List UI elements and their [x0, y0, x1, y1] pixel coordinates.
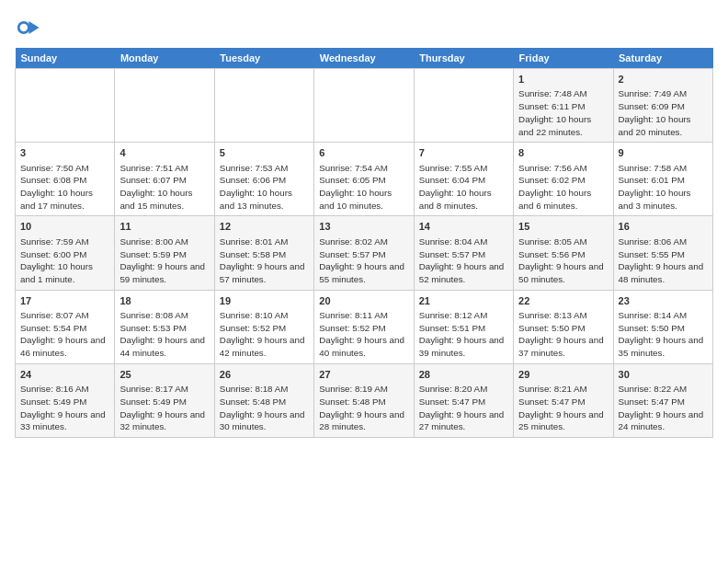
calendar-cell: 9Sunrise: 7:58 AM Sunset: 6:01 PM Daylig… — [613, 143, 712, 216]
day-number: 10 — [20, 220, 109, 234]
calendar-cell: 11Sunrise: 8:00 AM Sunset: 5:59 PM Dayli… — [115, 216, 214, 290]
day-detail: Sunrise: 8:10 AM Sunset: 5:52 PM Dayligh… — [220, 309, 309, 360]
day-number: 20 — [319, 294, 408, 308]
calendar-cell: 24Sunrise: 8:16 AM Sunset: 5:49 PM Dayli… — [16, 363, 115, 437]
day-number: 12 — [220, 220, 309, 234]
day-detail: Sunrise: 8:18 AM Sunset: 5:48 PM Dayligh… — [220, 383, 309, 433]
calendar-cell: 12Sunrise: 8:01 AM Sunset: 5:58 PM Dayli… — [214, 216, 313, 290]
calendar-cell: 16Sunrise: 8:06 AM Sunset: 5:55 PM Dayli… — [613, 216, 712, 290]
day-number: 13 — [319, 220, 408, 234]
weekday-header-cell: Monday — [115, 48, 214, 69]
calendar-cell: 26Sunrise: 8:18 AM Sunset: 5:48 PM Dayli… — [214, 363, 313, 437]
calendar-cell: 18Sunrise: 8:08 AM Sunset: 5:53 PM Dayli… — [115, 290, 214, 363]
calendar-cell: 6Sunrise: 7:54 AM Sunset: 6:05 PM Daylig… — [314, 143, 414, 216]
day-number: 22 — [518, 294, 608, 308]
day-number: 15 — [518, 220, 608, 234]
day-detail: Sunrise: 8:08 AM Sunset: 5:53 PM Dayligh… — [119, 309, 209, 360]
weekday-header-cell: Sunday — [16, 48, 115, 69]
weekday-header-cell: Tuesday — [214, 48, 313, 69]
day-number: 2 — [619, 73, 708, 86]
calendar-cell: 28Sunrise: 8:20 AM Sunset: 5:47 PM Dayli… — [414, 363, 513, 437]
calendar-body: 1Sunrise: 7:48 AM Sunset: 6:11 PM Daylig… — [16, 69, 713, 438]
calendar-table: SundayMondayTuesdayWednesdayThursdayFrid… — [15, 48, 713, 438]
day-detail: Sunrise: 7:59 AM Sunset: 6:00 PM Dayligh… — [20, 236, 109, 286]
day-number: 17 — [20, 294, 109, 308]
day-number: 5 — [220, 146, 309, 160]
day-detail: Sunrise: 7:54 AM Sunset: 6:05 PM Dayligh… — [319, 162, 408, 213]
calendar-cell: 1Sunrise: 7:48 AM Sunset: 6:11 PM Daylig… — [514, 69, 613, 143]
svg-point-1 — [20, 24, 28, 31]
day-detail: Sunrise: 7:56 AM Sunset: 6:02 PM Dayligh… — [518, 162, 608, 213]
calendar-cell: 23Sunrise: 8:14 AM Sunset: 5:50 PM Dayli… — [613, 290, 712, 363]
day-number: 21 — [419, 294, 508, 308]
calendar-cell: 15Sunrise: 8:05 AM Sunset: 5:56 PM Dayli… — [514, 216, 613, 290]
day-detail: Sunrise: 8:22 AM Sunset: 5:47 PM Dayligh… — [619, 383, 708, 433]
day-number: 7 — [419, 146, 508, 160]
calendar-cell: 3Sunrise: 7:50 AM Sunset: 6:08 PM Daylig… — [16, 143, 115, 216]
logo-icon — [15, 15, 40, 40]
calendar-week-row: 17Sunrise: 8:07 AM Sunset: 5:54 PM Dayli… — [16, 290, 713, 363]
calendar-week-row: 1Sunrise: 7:48 AM Sunset: 6:11 PM Daylig… — [16, 69, 713, 143]
day-number: 8 — [518, 146, 608, 160]
calendar-cell: 25Sunrise: 8:17 AM Sunset: 5:49 PM Dayli… — [115, 363, 214, 437]
weekday-header-cell: Saturday — [613, 48, 712, 69]
day-number: 6 — [319, 146, 408, 160]
day-detail: Sunrise: 8:12 AM Sunset: 5:51 PM Dayligh… — [419, 309, 508, 360]
day-detail: Sunrise: 8:21 AM Sunset: 5:47 PM Dayligh… — [518, 383, 608, 433]
calendar-cell: 17Sunrise: 8:07 AM Sunset: 5:54 PM Dayli… — [16, 290, 115, 363]
day-detail: Sunrise: 8:02 AM Sunset: 5:57 PM Dayligh… — [319, 236, 408, 286]
calendar-cell: 7Sunrise: 7:55 AM Sunset: 6:04 PM Daylig… — [414, 143, 513, 216]
day-detail: Sunrise: 7:48 AM Sunset: 6:11 PM Dayligh… — [518, 87, 608, 138]
day-detail: Sunrise: 7:58 AM Sunset: 6:01 PM Dayligh… — [619, 162, 708, 213]
calendar-cell: 30Sunrise: 8:22 AM Sunset: 5:47 PM Dayli… — [613, 363, 712, 437]
day-detail: Sunrise: 7:51 AM Sunset: 6:07 PM Dayligh… — [119, 162, 209, 213]
day-detail: Sunrise: 8:04 AM Sunset: 5:57 PM Dayligh… — [419, 236, 508, 286]
day-detail: Sunrise: 7:55 AM Sunset: 6:04 PM Dayligh… — [419, 162, 508, 213]
day-detail: Sunrise: 8:16 AM Sunset: 5:49 PM Dayligh… — [20, 383, 109, 433]
day-detail: Sunrise: 8:20 AM Sunset: 5:47 PM Dayligh… — [419, 383, 508, 433]
calendar-cell — [214, 69, 313, 143]
day-detail: Sunrise: 7:49 AM Sunset: 6:09 PM Dayligh… — [619, 87, 708, 138]
calendar-week-row: 10Sunrise: 7:59 AM Sunset: 6:00 PM Dayli… — [16, 216, 713, 290]
day-detail: Sunrise: 8:14 AM Sunset: 5:50 PM Dayligh… — [619, 309, 708, 360]
day-detail: Sunrise: 7:53 AM Sunset: 6:06 PM Dayligh… — [220, 162, 309, 213]
day-number: 30 — [619, 368, 708, 382]
day-detail: Sunrise: 8:01 AM Sunset: 5:58 PM Dayligh… — [220, 236, 309, 286]
day-number: 9 — [619, 146, 708, 160]
day-number: 27 — [319, 368, 408, 382]
calendar-cell: 29Sunrise: 8:21 AM Sunset: 5:47 PM Dayli… — [514, 363, 613, 437]
calendar-week-row: 24Sunrise: 8:16 AM Sunset: 5:49 PM Dayli… — [16, 363, 713, 437]
calendar-cell: 19Sunrise: 8:10 AM Sunset: 5:52 PM Dayli… — [214, 290, 313, 363]
calendar-cell: 5Sunrise: 7:53 AM Sunset: 6:06 PM Daylig… — [214, 143, 313, 216]
day-detail: Sunrise: 8:06 AM Sunset: 5:55 PM Dayligh… — [619, 236, 708, 286]
calendar-cell: 20Sunrise: 8:11 AM Sunset: 5:52 PM Dayli… — [314, 290, 414, 363]
calendar-cell: 13Sunrise: 8:02 AM Sunset: 5:57 PM Dayli… — [314, 216, 414, 290]
weekday-header-cell: Friday — [514, 48, 613, 69]
day-detail: Sunrise: 8:17 AM Sunset: 5:49 PM Dayligh… — [119, 383, 209, 433]
weekday-header-cell: Thursday — [414, 48, 513, 69]
day-number: 26 — [220, 368, 309, 382]
weekday-header-row: SundayMondayTuesdayWednesdayThursdayFrid… — [16, 48, 713, 69]
day-number: 18 — [119, 294, 209, 308]
day-number: 11 — [119, 220, 209, 234]
calendar-cell — [314, 69, 414, 143]
calendar-cell: 8Sunrise: 7:56 AM Sunset: 6:02 PM Daylig… — [514, 143, 613, 216]
day-detail: Sunrise: 8:05 AM Sunset: 5:56 PM Dayligh… — [518, 236, 608, 286]
day-number: 19 — [220, 294, 309, 308]
day-detail: Sunrise: 8:19 AM Sunset: 5:48 PM Dayligh… — [319, 383, 408, 433]
logo — [15, 15, 44, 40]
calendar-cell — [115, 69, 214, 143]
day-number: 1 — [518, 73, 608, 86]
day-number: 24 — [20, 368, 109, 382]
calendar-cell — [16, 69, 115, 143]
calendar-cell: 27Sunrise: 8:19 AM Sunset: 5:48 PM Dayli… — [314, 363, 414, 437]
day-detail: Sunrise: 7:50 AM Sunset: 6:08 PM Dayligh… — [20, 162, 109, 213]
day-detail: Sunrise: 8:07 AM Sunset: 5:54 PM Dayligh… — [20, 309, 109, 360]
day-number: 29 — [518, 368, 608, 382]
calendar-cell: 14Sunrise: 8:04 AM Sunset: 5:57 PM Dayli… — [414, 216, 513, 290]
page-header — [15, 15, 713, 40]
day-detail: Sunrise: 8:00 AM Sunset: 5:59 PM Dayligh… — [119, 236, 209, 286]
calendar-cell — [414, 69, 513, 143]
calendar-cell: 22Sunrise: 8:13 AM Sunset: 5:50 PM Dayli… — [514, 290, 613, 363]
calendar-cell: 4Sunrise: 7:51 AM Sunset: 6:07 PM Daylig… — [115, 143, 214, 216]
